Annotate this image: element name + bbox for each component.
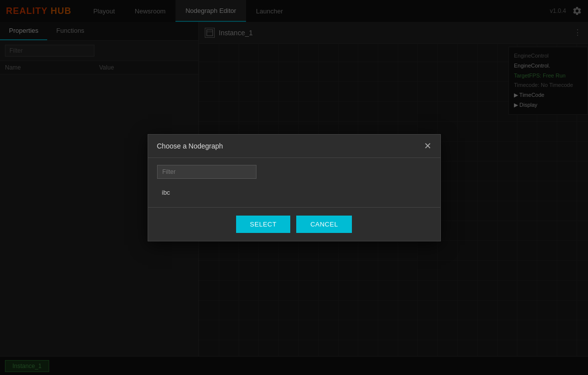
nodegraph-list: ibc [157,185,431,200]
modal-body: ibc [148,158,440,207]
cancel-button[interactable]: CANCEL [296,216,352,233]
modal-choose-nodegraph: Choose a Nodegraph ✕ ibc SELECT CANCEL [148,134,441,241]
modal-filter-input[interactable] [157,165,256,179]
modal-header: Choose a Nodegraph ✕ [148,135,440,158]
select-button[interactable]: SELECT [236,216,291,233]
modal-title: Choose a Nodegraph [157,142,223,150]
modal-close-button[interactable]: ✕ [424,142,431,150]
list-item[interactable]: ibc [157,185,431,200]
modal-overlay: Choose a Nodegraph ✕ ibc SELECT CANCEL [0,0,588,375]
modal-footer: SELECT CANCEL [148,207,440,241]
